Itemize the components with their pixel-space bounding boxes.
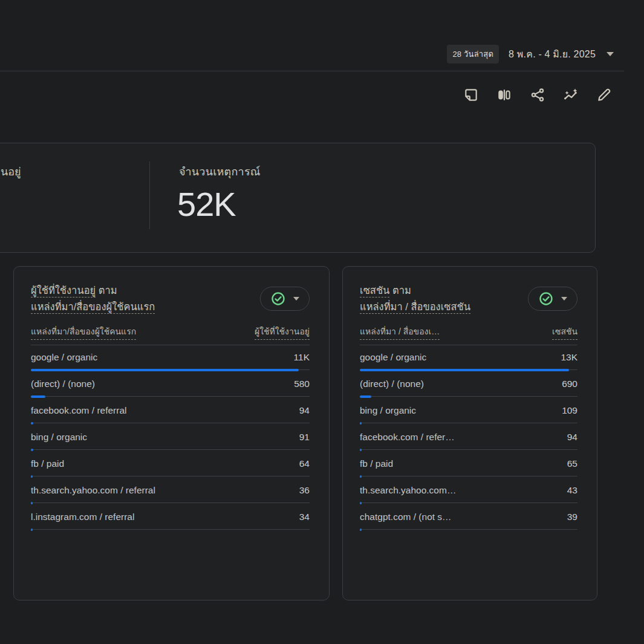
bar-track [31, 423, 310, 423]
date-range-selector[interactable]: 28 วันล่าสุด 8 พ.ค. - 4 มิ.ย. 2025 [447, 45, 614, 63]
row-value: 64 [299, 458, 310, 469]
active-users-label-partial: นอยู่ [1, 163, 21, 180]
table-row[interactable]: th.search.yahoo.com / referral 36 [31, 478, 310, 505]
status-ok-icon [271, 291, 285, 306]
bar-fill [31, 529, 33, 531]
event-count-label[interactable]: จำนวนเหตุการณ์ [179, 163, 261, 180]
bar-track [360, 423, 577, 423]
metric-term[interactable]: เซสชัน [360, 285, 389, 298]
note-icon[interactable] [462, 86, 480, 104]
row-label: th.search.yahoo.com… [360, 485, 456, 496]
date-preset-chip: 28 วันล่าสุด [447, 45, 499, 63]
row-value: 43 [567, 485, 577, 496]
row-value: 13K [561, 352, 577, 363]
row-label: (direct) / (none) [360, 379, 424, 389]
row-value: 94 [567, 432, 577, 443]
table-row[interactable]: facebook.com / referral 94 [31, 398, 310, 425]
bar-track [360, 449, 577, 450]
table-row[interactable]: fb / paid 65 [360, 452, 577, 478]
table-row[interactable]: facebook.com / refer… 94 [360, 425, 577, 452]
row-value: 34 [299, 512, 310, 522]
header-divider [0, 71, 624, 71]
insights-icon[interactable] [562, 86, 580, 104]
card-active-users-by-source: ผู้ใช้ที่ใช้งานอยู่ ตาม แหล่งที่มา/สื่อข… [13, 266, 330, 600]
table-row[interactable]: chatgpt.com / (not s… 39 [360, 505, 577, 532]
row-value: 94 [299, 405, 310, 416]
bar-fill [31, 395, 45, 398]
row-label: (direct) / (none) [31, 379, 95, 389]
bar-fill [360, 395, 371, 398]
row-value: 36 [299, 485, 310, 496]
analytics-report-page: 28 วันล่าสุด 8 พ.ค. - 4 มิ.ย. 2025 [0, 0, 644, 644]
bar-fill [31, 449, 33, 451]
table-row[interactable]: (direct) / (none) 690 [360, 372, 577, 398]
bar-track [31, 503, 310, 503]
chevron-down-icon [293, 297, 299, 301]
row-value: 91 [299, 432, 310, 443]
row-label: fb / paid [31, 458, 64, 469]
table-row[interactable]: fb / paid 64 [31, 452, 310, 478]
row-label: l.instagram.com / referral [31, 512, 134, 522]
metric-column-header[interactable]: ผู้ใช้ที่ใช้งานอยู่ [255, 325, 310, 340]
bar-fill [31, 475, 33, 478]
row-label: bing / organic [31, 432, 87, 443]
dimension-term[interactable]: แหล่งที่มา/สื่อของผู้ใช้คนแรก [31, 301, 155, 314]
column-headers: แหล่งที่มา/สื่อของผู้ใช้คนแรก ผู้ใช้ที่ใ… [31, 325, 310, 340]
bar-fill [360, 475, 362, 478]
dimension-term[interactable]: แหล่งที่มา / สื่อของเซสชัน [360, 301, 470, 314]
row-label: bing / organic [360, 405, 416, 416]
bar-track [360, 529, 577, 530]
card-sessions-by-source: เซสชัน ตาม แหล่งที่มา / สื่อของเซสชัน แห… [342, 266, 597, 600]
bar-fill [31, 502, 33, 504]
row-value: 109 [562, 405, 577, 416]
table-row[interactable]: bing / organic 91 [31, 425, 310, 452]
bar-fill [31, 422, 33, 424]
share-icon[interactable] [529, 86, 547, 104]
row-label: google / organic [360, 352, 426, 363]
bar-track [31, 396, 310, 397]
compare-icon[interactable] [495, 86, 513, 104]
bar-track [31, 449, 310, 450]
row-label: th.search.yahoo.com / referral [31, 485, 155, 496]
metric-term[interactable]: ผู้ใช้ที่ใช้งานอยู่ [31, 285, 96, 298]
summary-divider [149, 161, 150, 229]
bar-fill [360, 502, 362, 504]
bar-fill [360, 369, 569, 371]
date-range-label: 8 พ.ค. - 4 มิ.ย. 2025 [509, 47, 596, 62]
status-ok-icon [539, 291, 553, 306]
bar-track [360, 396, 577, 397]
row-value: 690 [562, 379, 577, 389]
column-headers: แหล่งที่มา / สื่อของเ… เซสชัน [360, 325, 577, 340]
row-value: 65 [567, 458, 577, 469]
table-rows: google / organic 11K (direct) / (none) 5… [31, 345, 310, 532]
metric-column-header[interactable]: เซสชัน [552, 325, 577, 340]
bar-fill [31, 369, 299, 371]
table-row[interactable]: google / organic 11K [31, 345, 310, 372]
table-row[interactable]: l.instagram.com / referral 34 [31, 505, 310, 532]
dimension-column-header[interactable]: แหล่งที่มา / สื่อของเ… [360, 325, 440, 340]
row-label: facebook.com / refer… [360, 432, 455, 443]
bar-track [360, 476, 577, 476]
table-row[interactable]: google / organic 13K [360, 345, 577, 372]
row-label: google / organic [31, 352, 97, 363]
row-label: facebook.com / referral [31, 405, 127, 416]
bar-fill [360, 449, 362, 451]
bar-track [31, 476, 310, 476]
data-quality-dropdown[interactable] [528, 287, 577, 311]
chevron-down-icon [607, 52, 614, 56]
bar-track [31, 529, 310, 530]
chevron-down-icon [561, 297, 567, 301]
dimension-column-header[interactable]: แหล่งที่มา/สื่อของผู้ใช้คนแรก [31, 325, 136, 340]
data-quality-dropdown[interactable] [260, 287, 310, 311]
title-joiner: ตาม [389, 285, 411, 296]
table-row[interactable]: (direct) / (none) 580 [31, 372, 310, 398]
table-row[interactable]: bing / organic 109 [360, 398, 577, 425]
bar-fill [360, 422, 362, 424]
row-value: 39 [567, 512, 577, 522]
row-value: 11K [294, 352, 310, 363]
report-toolbar [462, 86, 613, 104]
summary-scorecard: นอยู่ จำนวนเหตุการณ์ 52K [0, 143, 596, 253]
card-title: ผู้ใช้ที่ใช้งานอยู่ ตาม แหล่งที่มา/สื่อข… [31, 282, 230, 315]
edit-icon[interactable] [595, 86, 613, 104]
table-row[interactable]: th.search.yahoo.com… 43 [360, 478, 577, 505]
